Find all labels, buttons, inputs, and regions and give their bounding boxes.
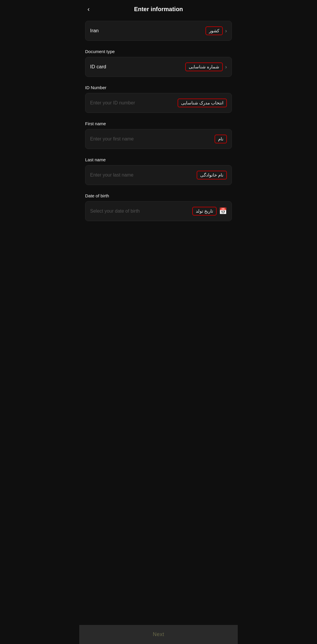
- document-type-row-right: شماره شناسایی ›: [185, 62, 227, 71]
- chevron-right-icon: ›: [225, 28, 227, 34]
- last-name-placeholder: Enter your last name: [90, 172, 134, 178]
- last-name-label: Last name: [85, 157, 232, 162]
- document-type-label: Document type: [85, 49, 232, 54]
- first-name-input-row[interactable]: Enter your first name نام: [85, 129, 232, 149]
- id-number-input-row[interactable]: Enter your ID number انتخاب مدرک شناسایی: [85, 93, 232, 113]
- country-badge: کشور: [205, 26, 223, 35]
- document-type-group: Document type ID card شماره شناسایی ›: [85, 49, 232, 77]
- page-title: Enter information: [134, 6, 183, 13]
- calendar-icon: 📅: [219, 207, 227, 215]
- dob-label: Date of birth: [85, 193, 232, 198]
- dob-row-right: تاریخ تولد 📅: [192, 207, 227, 216]
- last-name-input-row[interactable]: Enter your last name نام خانوادگی: [85, 165, 232, 185]
- dob-input-row[interactable]: Select your date of birth تاریخ تولد 📅: [85, 201, 232, 221]
- form-content: Iran کشور › Document type ID card شماره …: [79, 17, 238, 265]
- last-name-badge: نام خانوادگی: [197, 171, 227, 179]
- page-header: ‹ Enter information: [79, 0, 238, 17]
- dob-group: Date of birth Select your date of birth …: [85, 193, 232, 221]
- id-number-badge: انتخاب مدرک شناسایی: [178, 99, 227, 107]
- first-name-group: First name Enter your first name نام: [85, 121, 232, 149]
- last-name-group: Last name Enter your last name نام خانوا…: [85, 157, 232, 185]
- document-type-value: ID card: [90, 64, 106, 70]
- next-button[interactable]: Next: [79, 625, 238, 644]
- document-type-badge: شماره شناسایی: [185, 62, 223, 71]
- first-name-label: First name: [85, 121, 232, 126]
- country-selector[interactable]: Iran کشور ›: [85, 21, 232, 41]
- country-row-right: کشور ›: [205, 26, 227, 35]
- dob-badge: تاریخ تولد: [192, 207, 217, 216]
- country-value: Iran: [90, 28, 99, 34]
- first-name-placeholder: Enter your first name: [90, 136, 134, 142]
- id-number-label: ID Number: [85, 85, 232, 90]
- id-number-placeholder: Enter your ID number: [90, 100, 135, 106]
- id-number-group: ID Number Enter your ID number انتخاب مد…: [85, 85, 232, 113]
- dob-placeholder: Select your date of birth: [90, 209, 140, 214]
- country-group: Iran کشور ›: [85, 21, 232, 41]
- document-type-selector[interactable]: ID card شماره شناسایی ›: [85, 57, 232, 77]
- back-button[interactable]: ‹: [85, 4, 92, 14]
- chevron-right-icon-doc: ›: [225, 64, 227, 70]
- first-name-badge: نام: [215, 135, 227, 143]
